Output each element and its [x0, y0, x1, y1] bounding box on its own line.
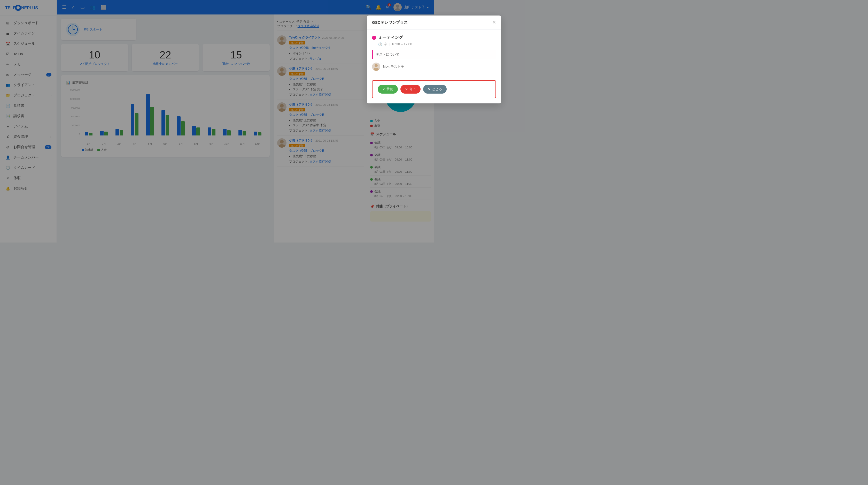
- attendee-avatar: [372, 62, 380, 71]
- event-description: テストについて: [372, 50, 434, 59]
- modal-dialog: GSCテレワンプラス ✕ ミーティング 🕐 今日 16:30 – 17:00 テ…: [367, 16, 434, 104]
- clock-icon-modal: 🕐: [378, 42, 382, 46]
- modal-actions: ✓ 承認 ✕ 却下 ✕ とじる: [372, 80, 434, 98]
- svg-point-30: [374, 68, 379, 71]
- event-color-dot: [372, 36, 376, 40]
- event-title-row: ミーティング: [372, 35, 434, 40]
- check-icon: ✓: [382, 87, 385, 91]
- event-time: 🕐 今日 16:30 – 17:00: [372, 42, 434, 47]
- reject-button[interactable]: ✕ 却下: [400, 85, 421, 93]
- x-icon-reject: ✕: [405, 87, 408, 91]
- svg-point-29: [375, 64, 378, 67]
- modal-title: GSCテレワンプラス: [372, 20, 408, 25]
- attendee-name: 鈴木 テスト子: [383, 64, 404, 69]
- modal-header: GSCテレワンプラス ✕: [367, 16, 434, 30]
- approve-button[interactable]: ✓ 承認: [378, 85, 398, 93]
- x-icon-close: ✕: [428, 87, 431, 91]
- close-button-action[interactable]: ✕ とじる: [423, 85, 434, 93]
- modal-overlay[interactable]: GSCテレワンプラス ✕ ミーティング 🕐 今日 16:30 – 17:00 テ…: [0, 0, 434, 242]
- modal-body: ミーティング 🕐 今日 16:30 – 17:00 テストについて 鈴木 テスト…: [367, 30, 434, 76]
- event-attendee: 鈴木 テスト子: [372, 62, 434, 71]
- event-name: ミーティング: [378, 35, 403, 40]
